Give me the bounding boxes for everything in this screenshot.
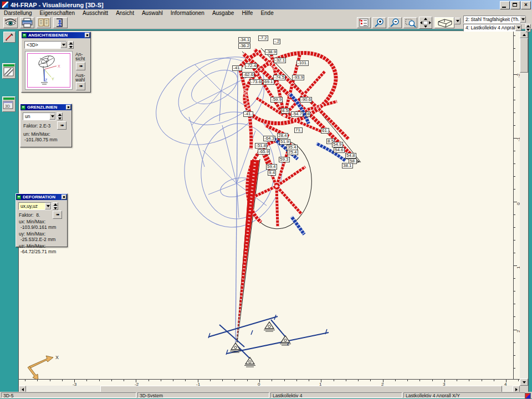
ruler-tick — [514, 278, 515, 279]
value-label: -73.6 — [250, 79, 262, 85]
ansicht-apply-button[interactable]: ➠ — [76, 62, 85, 70]
ruler-tick — [514, 112, 515, 113]
deformation-row-label: uz: Min/Max: — [19, 243, 65, 249]
catalog-button[interactable] — [37, 17, 51, 28]
ruler-tick — [149, 380, 149, 381]
panel-ansicht-titlebar[interactable]: ANSICHT/EBENEN — [22, 32, 90, 38]
menu-ende[interactable]: Ende — [257, 9, 277, 17]
exit-button[interactable] — [53, 17, 68, 28]
ruler-tick — [514, 316, 515, 317]
deformation-row-value: -64.72/25.71 mm — [19, 249, 65, 254]
minimize-button[interactable] — [500, 1, 510, 9]
panel-grenzlinien: GRENZLINIEN un Faktor: 2.E-3 ➠ un: Min/M… — [20, 104, 72, 147]
ruler-tick — [514, 214, 515, 215]
drawing-canvas[interactable]: X Y -34.1-7.2-36.2-.2-38.9-32.1-101.-72.… — [19, 31, 513, 379]
zoom-window-button[interactable] — [403, 17, 417, 28]
maximize-button[interactable] — [510, 1, 520, 9]
svg-text:3D: 3D — [5, 104, 10, 108]
grenzlinien-combo-drop[interactable] — [49, 113, 55, 120]
ruler-tick — [50, 380, 50, 381]
grenzlinien-apply-button[interactable]: ➠ — [57, 121, 66, 130]
result-case-drop-button[interactable] — [520, 16, 526, 23]
ruler-tick — [514, 100, 515, 100]
load-case-drop-button[interactable] — [515, 24, 521, 31]
value-label: 54.6 — [334, 147, 345, 153]
menu-ausschnitt[interactable]: Ausschnitt — [79, 9, 112, 17]
perspective-dropdown-button[interactable] — [454, 18, 461, 24]
ruler-tick — [161, 380, 161, 381]
view-combo-drop[interactable] — [60, 42, 66, 48]
zoom-in-button[interactable] — [372, 17, 386, 28]
menu-darstellung[interactable]: Darstellung — [0, 9, 36, 17]
ansicht-label: An-sicht — [75, 52, 85, 61]
value-label: -72.4 — [245, 63, 257, 69]
panel-grenzlinien-title: GRENZLINIEN — [27, 105, 57, 110]
value-label: -101. — [296, 60, 309, 66]
value-label: 8 — [306, 111, 310, 117]
ruler-tick — [514, 87, 515, 88]
menu-eigenschaften[interactable]: Eigenschaften — [36, 9, 79, 17]
grenzlinien-spinner[interactable] — [57, 112, 63, 120]
perspective-box-button[interactable] — [434, 17, 454, 28]
menu-hilfe[interactable]: Hilfe — [238, 9, 257, 17]
view-preview[interactable]: X Y Z — [25, 51, 73, 90]
display-options-button[interactable] — [357, 17, 371, 28]
app-icon — [2, 1, 9, 8]
panel-ansicht-close-button[interactable] — [85, 33, 90, 38]
deformation-row-value: -25.53/2.E-2 mm — [19, 237, 65, 242]
ruler-tick — [514, 253, 515, 253]
ruler-tick — [185, 380, 186, 381]
value-label: -32.1 — [274, 58, 286, 63]
menu-informationen[interactable]: Informationen — [167, 9, 208, 17]
ruler-tick — [420, 380, 420, 381]
scroll-down-button[interactable] — [520, 378, 528, 386]
ruler-tick — [247, 380, 248, 381]
ruler-tick — [222, 380, 223, 381]
panel-deformation-close-button[interactable] — [62, 195, 66, 200]
deformation-combo-drop[interactable] — [45, 203, 51, 209]
ruler-tick — [514, 189, 515, 190]
panel-grenzlinien-close-button[interactable] — [66, 105, 71, 110]
value-label: 51.9 — [279, 139, 290, 145]
catalog-books-icon — [37, 18, 50, 28]
grenzlinien-faktor: Faktor: 2.E-3 — [23, 123, 50, 129]
ruler-tick — [514, 151, 515, 151]
ruler-tick — [514, 291, 515, 291]
status-bar: 3D-53D-SystemLastkollektiv 4Lastkollekti… — [0, 392, 532, 398]
ruler-tick — [334, 380, 334, 381]
display-button[interactable] — [3, 17, 18, 28]
load-case-spinner[interactable] — [525, 24, 531, 32]
vertical-scrollbar[interactable] — [520, 31, 528, 386]
panel-icon — [17, 195, 21, 200]
perspective-box-icon — [435, 18, 454, 28]
close-button[interactable]: × — [521, 1, 531, 9]
view-combo-spinner[interactable] — [68, 41, 74, 49]
panel-toggle-3d-button[interactable]: 3D — [2, 96, 16, 112]
ruler-tick — [99, 380, 100, 381]
deformation-spinner[interactable] — [53, 202, 58, 210]
result-case-combo[interactable]: 2: Stahl Tragfähigkeit (Th. 2. O — [463, 16, 526, 23]
menu-ansicht[interactable]: Ansicht — [112, 9, 138, 17]
menu-auswahl[interactable]: Auswahl — [138, 9, 167, 17]
ruler-tick — [111, 380, 112, 381]
ruler-tick — [457, 380, 457, 381]
value-label: -93.9 — [292, 75, 304, 80]
panel-deformation-titlebar[interactable]: DEFORMATION — [16, 194, 67, 200]
options-list-icon — [357, 18, 370, 28]
deformation-minmax-rows: ux: Min/Max:-103.9/0.161 mmuy: Min/Max:-… — [19, 219, 65, 255]
menu-ausgabe[interactable]: Ausgabe — [208, 9, 238, 17]
panel-grenzlinien-titlebar[interactable]: GRENZLINIEN — [21, 104, 71, 110]
edit-tool-button[interactable] — [3, 32, 16, 43]
deformation-apply-button[interactable]: ➠ — [53, 211, 62, 219]
value-label: 59.4 — [266, 164, 277, 170]
value-label: 71. — [294, 127, 303, 133]
panel-toggle-hatch-button[interactable] — [2, 63, 16, 79]
auswahl-apply-button[interactable]: ➠ — [76, 82, 85, 90]
zoom-out-button[interactable] — [388, 17, 402, 28]
vertical-scroll-thumb[interactable] — [520, 38, 528, 73]
ruler-tick — [124, 380, 124, 381]
load-case-combo[interactable]: 4: Lastkollektiv 4 Anprall X. — [463, 24, 521, 32]
print-button[interactable] — [20, 17, 34, 28]
pan-button[interactable] — [419, 17, 432, 29]
base-frame — [208, 315, 329, 360]
